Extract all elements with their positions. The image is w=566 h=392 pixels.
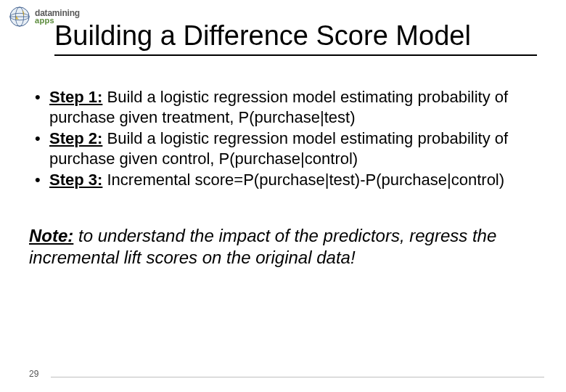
step-label: Step 3:	[49, 171, 102, 189]
note-label: Note:	[29, 226, 73, 245]
bullet-list: Step 1: Build a logistic regression mode…	[29, 87, 530, 190]
step-text: Build a logistic regression model estima…	[49, 88, 508, 126]
step-text: Build a logistic regression model estima…	[49, 129, 508, 168]
step-label: Step 1:	[49, 88, 102, 106]
footer-divider	[51, 377, 544, 377]
slide-title: Building a Difference Score Model	[54, 20, 537, 56]
slide-content: Step 1: Build a logistic regression mode…	[29, 87, 530, 269]
page-number: 29	[29, 369, 38, 379]
globe-icon	[9, 6, 30, 28]
step-text: Incremental score=P(purchase|test)-P(pur…	[102, 171, 504, 189]
list-item: Step 3: Incremental score=P(purchase|tes…	[29, 170, 530, 190]
note-text: to understand the impact of the predicto…	[29, 226, 496, 267]
list-item: Step 1: Build a logistic regression mode…	[29, 87, 530, 127]
step-label: Step 2:	[49, 129, 102, 147]
note-block: Note: to understand the impact of the pr…	[29, 225, 530, 269]
slide: datamining apps Building a Difference Sc…	[0, 0, 566, 392]
list-item: Step 2: Build a logistic regression mode…	[29, 128, 530, 168]
